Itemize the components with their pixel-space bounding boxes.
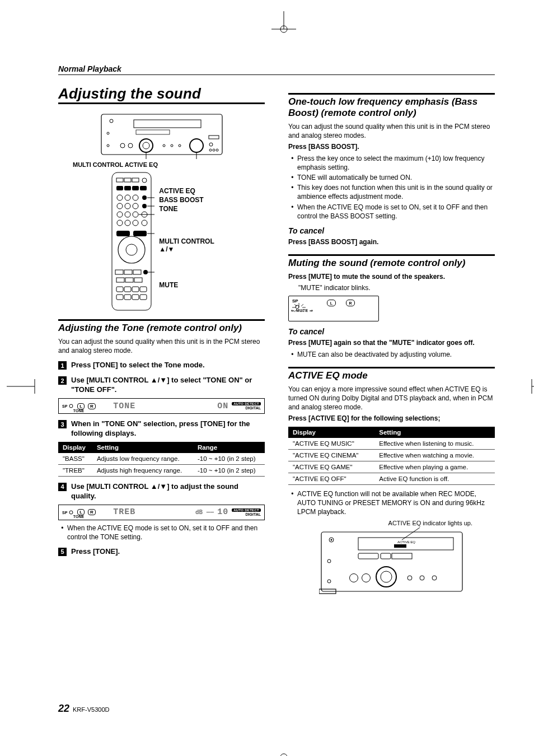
svg-rect-77: [124, 295, 131, 300]
svg-point-12: [107, 132, 109, 134]
svg-rect-64: [115, 270, 123, 274]
svg-point-45: [117, 203, 123, 209]
svg-point-104: [376, 567, 396, 587]
svg-point-62: [118, 236, 145, 263]
svg-rect-91: [321, 532, 462, 591]
svg-point-20: [163, 144, 165, 147]
svg-point-22: [179, 144, 181, 147]
eq-intro: You can enjoy a more impressive sound ef…: [288, 385, 495, 412]
svg-rect-72: [116, 287, 123, 292]
left-column: Adjusting the sound: [58, 85, 265, 595]
table-row: "ACTIVE EQ MUSIC"Effective when listenin…: [288, 438, 495, 450]
mute-note: MUTE can also be deactivated by adjustin…: [297, 350, 495, 359]
step-num-4: 4: [58, 483, 67, 491]
tone-intro: You can adjust the sound quality when th…: [58, 337, 265, 355]
step-num-5: 5: [58, 548, 67, 556]
svg-point-43: [142, 195, 147, 200]
svg-point-63: [126, 244, 137, 255]
svg-point-21: [171, 144, 173, 147]
svg-line-85: [301, 304, 303, 306]
svg-point-23: [190, 139, 203, 152]
svg-rect-73: [124, 287, 131, 292]
bass-bullets: Press the key once to select the maximum…: [288, 154, 495, 221]
svg-rect-15: [136, 130, 170, 134]
page-footer: 22KRF-V5300D: [58, 703, 109, 715]
svg-point-52: [133, 212, 138, 217]
mute-heading: Muting the sound (remote control only): [288, 254, 495, 269]
bass-intro: You can adjust the sound quality when th…: [288, 122, 495, 140]
svg-rect-97: [358, 553, 378, 559]
table-row: "ACTIVE EQ OFF"Active EQ function is off…: [288, 473, 495, 484]
svg-rect-79: [140, 295, 147, 300]
svg-rect-75: [140, 287, 147, 292]
step-1-text: Press [TONE] to select the Tone mode.: [71, 361, 205, 370]
front-panel-illustration: ACTIVE EQ indicator lights up. ACTIVE EQ: [288, 520, 495, 595]
svg-rect-98: [381, 553, 391, 559]
callout-mute: MUTE: [159, 281, 214, 289]
svg-point-55: [117, 220, 123, 226]
svg-rect-69: [116, 278, 124, 282]
svg-point-108: [432, 576, 437, 580]
svg-point-42: [133, 195, 138, 200]
svg-point-105: [381, 571, 392, 582]
table-row: "TREB"Adjusts high frequency range.-10 ~…: [58, 464, 265, 476]
svg-point-40: [117, 195, 123, 200]
step-5-text: Press [TONE].: [71, 547, 120, 557]
svg-point-46: [125, 203, 130, 209]
svg-point-103: [362, 574, 370, 582]
bass-cancel-t: Press [BASS BOOST] again.: [288, 237, 495, 246]
table-row: "BASS"Adjusts low frequency range.-10 ~ …: [58, 453, 265, 465]
svg-point-81: [69, 511, 73, 514]
mute-cancel-t: Press [MUTE] again so that the "MUTE" in…: [288, 338, 495, 347]
svg-point-100: [327, 559, 331, 563]
svg-rect-76: [116, 295, 123, 300]
mute-display: SP LR ⇐ MUTE ⇒: [288, 296, 379, 321]
eq-heading: ACTIVE EQ mode: [288, 367, 495, 381]
svg-rect-94: [358, 538, 453, 550]
svg-line-84: [294, 304, 297, 306]
mute-cancel-h: To cancel: [288, 327, 495, 336]
running-head: Normal Playback: [58, 64, 495, 75]
svg-line-90: [402, 528, 420, 540]
svg-point-28: [216, 149, 218, 151]
svg-point-101: [327, 580, 331, 583]
svg-rect-78: [132, 295, 139, 300]
tone-heading: Adjusting the Tone (remote control only): [58, 319, 265, 334]
callout-multi-control: MULTI CONTROL: [159, 237, 214, 245]
svg-rect-25: [209, 136, 219, 139]
svg-point-16: [120, 143, 125, 148]
svg-point-107: [420, 576, 424, 580]
svg-point-93: [330, 539, 332, 541]
svg-point-51: [125, 212, 130, 217]
svg-point-56: [125, 220, 130, 226]
svg-point-18: [139, 139, 153, 152]
svg-rect-34: [132, 178, 139, 182]
table-row: "ACTIVE EQ CINEMA"Effective when watchin…: [288, 449, 495, 461]
svg-point-27: [213, 149, 215, 151]
svg-point-47: [133, 203, 138, 209]
svg-point-19: [143, 142, 149, 149]
bass-cancel-h: To cancel: [288, 226, 495, 235]
svg-point-26: [209, 149, 212, 151]
svg-rect-14: [134, 120, 201, 128]
remote-illustration: [109, 171, 154, 311]
callout-bass-boost: BASS BOOST: [159, 196, 214, 204]
svg-rect-38: [132, 186, 139, 190]
right-column: One-touch low frequency emphasis (Bass B…: [288, 85, 495, 595]
callout-arrows: ▲/▼: [159, 245, 214, 253]
svg-rect-32: [116, 178, 123, 182]
svg-point-102: [349, 574, 358, 582]
svg-rect-37: [124, 186, 131, 190]
svg-rect-96: [394, 544, 406, 548]
svg-point-67: [143, 270, 148, 274]
svg-rect-70: [125, 278, 133, 282]
eq-table: Display Setting "ACTIVE EQ MUSIC"Effecti…: [288, 427, 495, 485]
bass-heading: One-touch low frequency emphasis (Bass B…: [288, 93, 495, 119]
table-row: "ACTIVE EQ GAME"Effective when playing a…: [288, 461, 495, 473]
step-num-3: 3: [58, 420, 67, 428]
eq-note: ACTIVE EQ function will not be available…: [297, 489, 495, 517]
svg-point-11: [110, 119, 113, 123]
tone-note: When the ACTIVE EQ mode is set to ON, se…: [67, 524, 265, 542]
svg-point-50: [117, 212, 123, 217]
step-4-text: Use [MULTI CONTROL ▲/▼] to adjust the so…: [71, 482, 265, 501]
